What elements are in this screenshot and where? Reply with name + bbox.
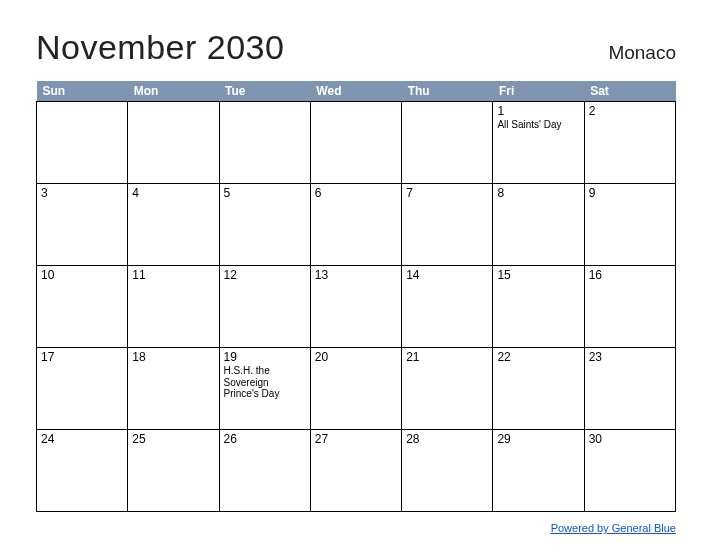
day-header-thu: Thu	[402, 81, 493, 102]
day-header-tue: Tue	[219, 81, 310, 102]
day-header-sat: Sat	[584, 81, 675, 102]
day-number: 14	[406, 268, 488, 282]
day-number: 24	[41, 432, 123, 446]
day-header-wed: Wed	[310, 81, 401, 102]
day-number: 13	[315, 268, 397, 282]
day-number: 1	[497, 104, 579, 118]
day-number: 5	[224, 186, 306, 200]
day-number: 12	[224, 268, 306, 282]
calendar-week-row: 171819H.S.H. the Sovereign Prince's Day2…	[37, 348, 676, 430]
day-number: 20	[315, 350, 397, 364]
calendar-day-cell: 27	[310, 430, 401, 512]
calendar-day-cell: 29	[493, 430, 584, 512]
day-number: 8	[497, 186, 579, 200]
day-number: 27	[315, 432, 397, 446]
calendar-day-cell: 5	[219, 184, 310, 266]
calendar-day-cell: 13	[310, 266, 401, 348]
calendar-day-cell	[128, 102, 219, 184]
month-year-title: November 2030	[36, 28, 284, 67]
day-number: 9	[589, 186, 671, 200]
day-number: 30	[589, 432, 671, 446]
calendar-day-cell: 10	[37, 266, 128, 348]
day-event: All Saints' Day	[497, 119, 579, 131]
calendar-day-cell: 30	[584, 430, 675, 512]
day-number: 28	[406, 432, 488, 446]
day-number: 3	[41, 186, 123, 200]
calendar-day-cell: 28	[402, 430, 493, 512]
day-number: 22	[497, 350, 579, 364]
calendar-day-cell: 6	[310, 184, 401, 266]
calendar-day-cell: 25	[128, 430, 219, 512]
calendar-week-row: 3456789	[37, 184, 676, 266]
day-number: 16	[589, 268, 671, 282]
calendar-day-cell: 24	[37, 430, 128, 512]
calendar-footer: Powered by General Blue	[36, 518, 676, 536]
day-number: 2	[589, 104, 671, 118]
calendar-day-cell: 22	[493, 348, 584, 430]
calendar-day-cell	[37, 102, 128, 184]
calendar-day-cell: 2	[584, 102, 675, 184]
day-number: 23	[589, 350, 671, 364]
calendar-day-cell: 16	[584, 266, 675, 348]
day-number: 26	[224, 432, 306, 446]
day-number: 18	[132, 350, 214, 364]
day-number: 29	[497, 432, 579, 446]
day-number: 4	[132, 186, 214, 200]
day-number: 7	[406, 186, 488, 200]
day-number: 10	[41, 268, 123, 282]
calendar-day-cell	[219, 102, 310, 184]
calendar-day-cell: 18	[128, 348, 219, 430]
calendar-day-cell: 21	[402, 348, 493, 430]
day-number: 19	[224, 350, 306, 364]
calendar-day-cell: 3	[37, 184, 128, 266]
calendar-week-row: 10111213141516	[37, 266, 676, 348]
day-header-fri: Fri	[493, 81, 584, 102]
calendar-day-cell: 11	[128, 266, 219, 348]
calendar-day-cell: 26	[219, 430, 310, 512]
calendar-day-cell: 7	[402, 184, 493, 266]
day-number: 17	[41, 350, 123, 364]
day-number: 15	[497, 268, 579, 282]
day-number: 21	[406, 350, 488, 364]
calendar-day-cell	[310, 102, 401, 184]
day-number: 11	[132, 268, 214, 282]
calendar-week-row: 1All Saints' Day2	[37, 102, 676, 184]
calendar-day-cell: 15	[493, 266, 584, 348]
day-header-row: Sun Mon Tue Wed Thu Fri Sat	[37, 81, 676, 102]
calendar-day-cell: 19H.S.H. the Sovereign Prince's Day	[219, 348, 310, 430]
calendar-day-cell: 4	[128, 184, 219, 266]
calendar-day-cell: 14	[402, 266, 493, 348]
calendar-grid: Sun Mon Tue Wed Thu Fri Sat 1All Saints'…	[36, 81, 676, 512]
day-number: 25	[132, 432, 214, 446]
calendar-week-row: 24252627282930	[37, 430, 676, 512]
calendar-day-cell: 17	[37, 348, 128, 430]
day-event: H.S.H. the Sovereign Prince's Day	[224, 365, 306, 400]
calendar-day-cell: 20	[310, 348, 401, 430]
powered-by-link[interactable]: Powered by General Blue	[551, 522, 676, 534]
day-number: 6	[315, 186, 397, 200]
calendar-header: November 2030 Monaco	[36, 28, 676, 67]
calendar-day-cell	[402, 102, 493, 184]
calendar-day-cell: 23	[584, 348, 675, 430]
country-label: Monaco	[608, 42, 676, 64]
calendar-day-cell: 1All Saints' Day	[493, 102, 584, 184]
calendar-day-cell: 12	[219, 266, 310, 348]
day-header-mon: Mon	[128, 81, 219, 102]
calendar-day-cell: 9	[584, 184, 675, 266]
day-header-sun: Sun	[37, 81, 128, 102]
calendar-day-cell: 8	[493, 184, 584, 266]
